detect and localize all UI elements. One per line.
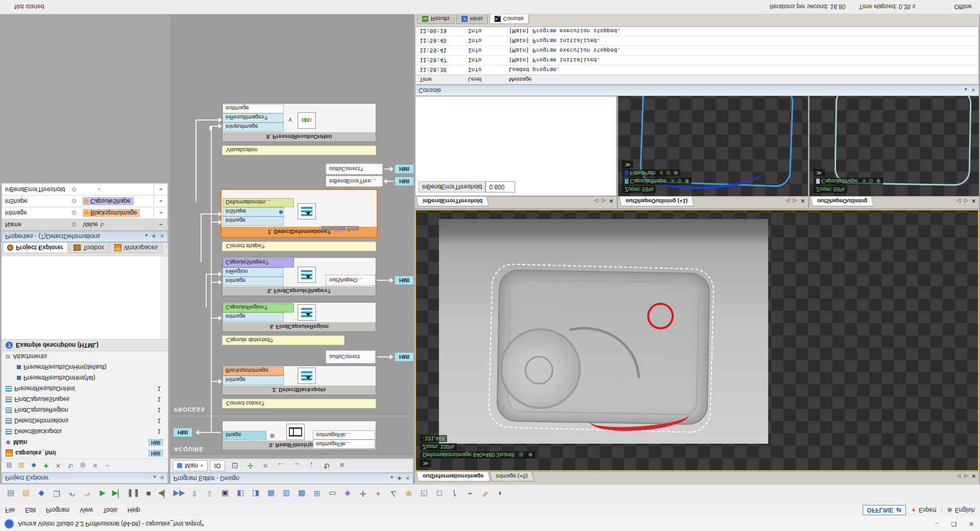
close-view-icon[interactable]: ✕ (972, 473, 976, 479)
console-row[interactable]: 11:59:45 Info [Main] Program initialized… (415, 36, 978, 45)
port-inimage[interactable]: inImage (223, 216, 284, 226)
new-project-button[interactable]: ▤ (3, 487, 18, 501)
program-editor-canvas[interactable]: ACQUIRE PROCESS 0. ReadFilmstripImage Im… (170, 14, 413, 458)
edit-pen-button[interactable]: ✎ (478, 487, 493, 501)
close-view-icon[interactable]: ✕ (972, 198, 976, 204)
comment-capsule-detected[interactable]: Capsule detected? (222, 335, 345, 345)
crosshair-tool-button[interactable]: ⊕ (401, 487, 416, 501)
comment-correct-colors[interactable]: Correct colors? (222, 399, 376, 408)
refresh-button[interactable]: ↻ (65, 461, 76, 471)
maximize-button[interactable]: ❐ (945, 518, 963, 530)
add-step-button[interactable]: ✛ (242, 458, 258, 473)
port-inresultimages[interactable]: inResultImages? (223, 113, 284, 123)
tab-console[interactable]: >_ Console (489, 14, 529, 24)
run-button[interactable]: ▶ (95, 487, 110, 501)
step-over-button[interactable]: ▶▶ (172, 487, 187, 501)
ext-port-outshape[interactable]: outShapeO… (326, 275, 376, 286)
menu-program[interactable]: Program (41, 503, 75, 517)
menu-view[interactable]: View (75, 503, 98, 517)
expander-icon[interactable]: ≫ (420, 460, 431, 467)
tab-inbenderrorthreshold[interactable]: inBendErrorThreshold (416, 197, 489, 206)
port-capsuleregion[interactable]: CapsuleRegion? (223, 303, 294, 312)
remove-layer-icon[interactable]: ⊗ (684, 178, 689, 184)
close-button[interactable]: ✕ (963, 518, 980, 530)
port-blackspotsimage[interactable]: BlackspotsImage (223, 367, 284, 376)
minimize-button[interactable]: ⎯ (928, 518, 945, 530)
tree-item-findcapsuleregion[interactable]: FindCapsuleRegion 1 (2, 405, 168, 416)
undo-button[interactable]: ↶ (64, 487, 80, 501)
back-button[interactable]: ← (273, 458, 288, 473)
stop-button[interactable]: ■ (141, 487, 156, 501)
port-inregion[interactable]: inRegion (223, 268, 284, 277)
scrollbar[interactable] (161, 256, 168, 339)
layout-2-button[interactable]: ◨ (248, 487, 263, 501)
remove-layer-icon[interactable]: ⊗ (876, 178, 880, 184)
port-outimagefile-1[interactable]: outImageFile… (313, 440, 375, 449)
language-button[interactable]: ⊕ English (947, 506, 975, 514)
down-button[interactable]: ↓ (304, 458, 319, 473)
tab-outshapeoutlining-2[interactable]: outShapeOutlining (811, 197, 874, 206)
port-inimage[interactable]: inImage (223, 277, 284, 286)
tab-outdeformationsimage[interactable]: outDeformationsImage (416, 472, 491, 481)
eye-icon[interactable]: ⊙ (666, 170, 670, 176)
outlining2-view[interactable]: Zoom: 59% CapsuleShape ≡⊙⊗ ≫ (810, 96, 979, 196)
description-section-header[interactable]: ? Example description (HTML) (2, 339, 168, 351)
console-row[interactable]: 12:00:19 Info [Main] Program execution s… (415, 26, 978, 36)
actual-size-button[interactable]: ◻ (432, 487, 447, 501)
tab-toolbox[interactable]: Toolbox (69, 243, 109, 253)
tree-item-attachments[interactable]: ⊟ Attachments (2, 351, 168, 362)
attach-button[interactable]: ∽ (102, 461, 113, 471)
new-item-button[interactable]: ▤ (4, 461, 15, 471)
ext-port-outiscorrect2[interactable]: outIsCorrect? (326, 163, 383, 175)
grid-button[interactable]: ⌗ (258, 458, 273, 473)
hmi-tag[interactable]: HMI (395, 276, 413, 285)
pause-button[interactable]: ❚❚ (126, 487, 141, 501)
tree-item-project[interactable]: capsules_hmi HMI (2, 448, 168, 458)
collapse-icon[interactable]: ▴ (965, 88, 967, 93)
remove-layer-icon[interactable]: ⊗ (528, 452, 532, 457)
port-outimage[interactable]: outImage (223, 104, 284, 113)
offline-mode-button[interactable]: OFFLINE ⇄ (863, 505, 906, 515)
outlining1-view[interactable]: Zoom: 59% CapsuleShape ≡⊙⊗ FittedPath ≡⊙… (618, 96, 808, 196)
eye-icon[interactable]: ⊙ (67, 209, 81, 216)
camera-button[interactable]: ▣ (217, 487, 233, 501)
prev-view-icon[interactable]: ◁ (786, 198, 790, 204)
close-icon[interactable]: ✕ (160, 234, 164, 239)
menu-tools[interactable]: Tools (98, 503, 122, 517)
collapse-icon[interactable]: ▴ (154, 475, 156, 481)
hmi-tag[interactable]: HMI (395, 177, 413, 186)
probe-tool-button[interactable]: ⌖ (371, 487, 386, 501)
menu-help[interactable]: Help (122, 503, 145, 517)
collapse-icon[interactable]: ▴ (145, 234, 148, 239)
tab-hints[interactable]: ? Hints (456, 14, 488, 24)
tree-item-presentresultsonhmi[interactable]: PresentResultsOnHmi 1 (2, 383, 168, 394)
layer-list-icon[interactable]: ≡ (863, 178, 866, 184)
hmi-tag[interactable]: HMI (173, 428, 192, 437)
expert-mode-button[interactable]: ▼ Expert (911, 506, 937, 514)
prev-view-icon[interactable]: ◁ (957, 198, 961, 204)
layout-1-button[interactable]: ◧ (233, 487, 248, 501)
list-button[interactable]: ≡ (334, 458, 350, 473)
tab-project-explorer[interactable]: Project Explorer (3, 243, 68, 253)
hmi-tag[interactable]: HMI (395, 352, 413, 361)
comment-correct-shape[interactable]: Correct shape? (222, 242, 376, 251)
ext-port-inbenderrorthreshold[interactable]: inBendErrorThre… (326, 176, 383, 187)
layer-list-icon[interactable]: ≡ (660, 170, 663, 176)
next-view-icon[interactable]: ▷ (964, 198, 968, 204)
next-view-icon[interactable]: ▷ (793, 198, 797, 204)
threshold-input[interactable]: 0.600 (485, 181, 515, 192)
menu-file[interactable]: File (0, 503, 20, 517)
contrast-button[interactable]: ◐ (493, 487, 508, 501)
tree-item-presentresults-nil[interactable]: PresentResultsOnHmi(Nil) (2, 373, 168, 383)
tab-inimage[interactable]: inImage (+5) (489, 472, 534, 481)
port-ininputimage[interactable]: inInputImage (223, 123, 284, 132)
property-row-inshape[interactable]: inShape ⊙ CapsuleShape ⌁ (2, 195, 167, 207)
show-hide-ports-link[interactable]: Show/Hide Ports (321, 226, 359, 232)
collapse-icon[interactable]: ▴ (390, 476, 393, 481)
nav-up-button[interactable]: ⊡ (227, 458, 242, 473)
save-project-button[interactable]: ◆ (34, 487, 49, 501)
properties-button[interactable]: ◎ (77, 461, 88, 471)
filmstrip-button[interactable]: ▭ (325, 487, 340, 501)
connect-button[interactable]: ⌁ (462, 487, 478, 501)
layout-3-button[interactable]: ▦ (263, 487, 279, 501)
